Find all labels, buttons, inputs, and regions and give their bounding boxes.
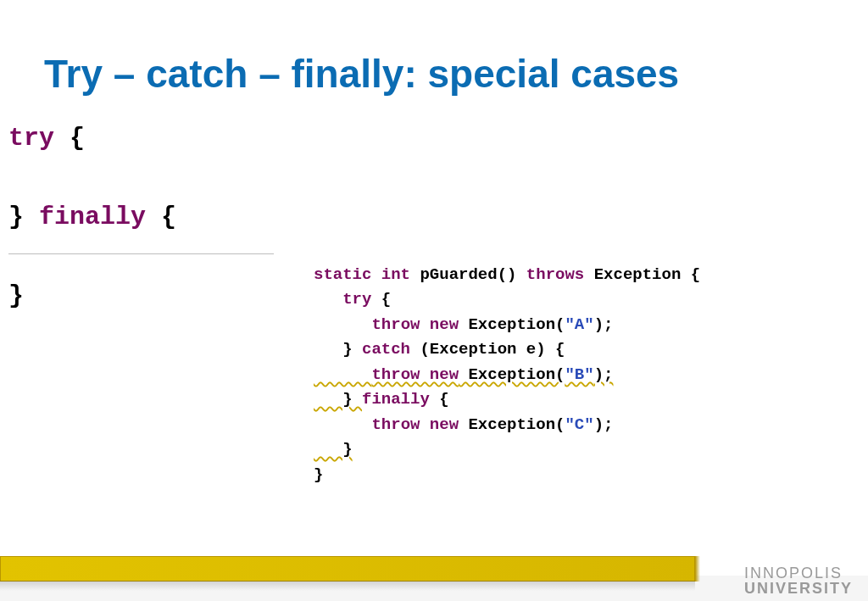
code-indent: } (314, 390, 362, 409)
code-text: { (371, 290, 391, 309)
slide: Try – catch – finally: special cases try… (0, 0, 868, 601)
divider-line (8, 253, 274, 254)
string-literal: "A" (565, 315, 593, 334)
keyword-static-int: static int (314, 265, 410, 284)
footer-bar-edge (695, 556, 700, 582)
code-text: ); (594, 315, 614, 334)
code-indent: } (314, 340, 362, 359)
code-text: Exception { (584, 265, 700, 284)
code-text: Exception( (459, 415, 565, 434)
code-text: } (8, 281, 24, 310)
code-indent (314, 415, 371, 434)
slide-title: Try – catch – finally: special cases (44, 51, 679, 97)
logo-text-bottom: UNIVERSITY (744, 581, 853, 596)
code-text: ); (594, 365, 614, 384)
footer-bar-accent (0, 556, 695, 582)
keyword-finally: finally (362, 390, 430, 409)
logo: INNOPOLIS UNIVERSITY (744, 565, 853, 596)
code-text: { (146, 203, 176, 231)
code-text: } (314, 465, 323, 484)
code-indent (314, 315, 371, 334)
slide-footer: INNOPOLIS UNIVERSITY (0, 555, 868, 601)
code-indent (314, 290, 342, 309)
code-block-right: static int pGuarded() throws Exception {… (314, 263, 700, 487)
code-text: pGuarded() (410, 265, 526, 284)
code-text: Exception( (459, 315, 565, 334)
keyword-throw-new: throw new (371, 415, 459, 434)
code-text: } (8, 203, 39, 231)
keyword-finally: finally (39, 203, 146, 231)
keyword-catch: catch (362, 340, 410, 359)
code-text: Exception( (459, 365, 565, 384)
string-literal: "C" (565, 415, 593, 434)
logo-text-top: INNOPOLIS (744, 565, 853, 581)
code-block-left: try { } finally { } (8, 119, 176, 316)
code-text: { (430, 390, 449, 409)
code-text: } (314, 440, 353, 459)
code-text: (Exception e) { (410, 340, 565, 359)
keyword-try: try (8, 124, 54, 153)
footer-shadow (0, 581, 695, 591)
keyword-throw-new: throw new (371, 365, 459, 384)
keyword-throw-new: throw new (371, 315, 459, 334)
keyword-throws: throws (526, 265, 584, 284)
keyword-try: try (342, 290, 371, 309)
code-indent (314, 365, 371, 384)
string-literal: "B" (565, 365, 593, 384)
code-text: { (54, 124, 85, 153)
code-text: ); (594, 415, 614, 434)
